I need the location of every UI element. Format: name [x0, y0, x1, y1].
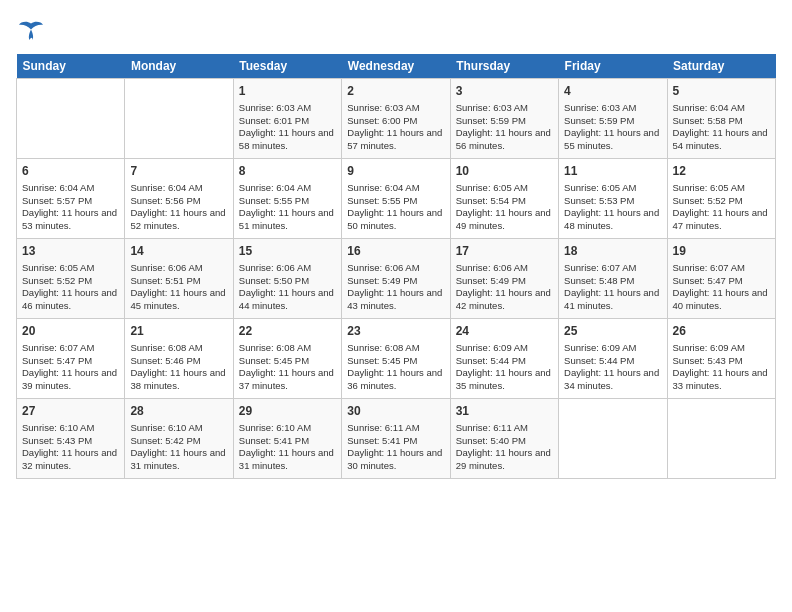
day-number: 29 [239, 403, 336, 420]
day-info: Sunrise: 6:05 AMSunset: 5:52 PMDaylight:… [673, 182, 770, 233]
calendar-cell: 26Sunrise: 6:09 AMSunset: 5:43 PMDayligh… [667, 319, 775, 399]
calendar-cell: 27Sunrise: 6:10 AMSunset: 5:43 PMDayligh… [17, 399, 125, 479]
day-info: Sunrise: 6:08 AMSunset: 5:45 PMDaylight:… [239, 342, 336, 393]
calendar-cell: 11Sunrise: 6:05 AMSunset: 5:53 PMDayligh… [559, 159, 667, 239]
day-info: Sunrise: 6:04 AMSunset: 5:55 PMDaylight:… [347, 182, 444, 233]
day-number: 15 [239, 243, 336, 260]
day-number: 16 [347, 243, 444, 260]
calendar-cell: 22Sunrise: 6:08 AMSunset: 5:45 PMDayligh… [233, 319, 341, 399]
calendar-cell: 4Sunrise: 6:03 AMSunset: 5:59 PMDaylight… [559, 79, 667, 159]
day-number: 5 [673, 83, 770, 100]
day-number: 2 [347, 83, 444, 100]
day-number: 14 [130, 243, 227, 260]
calendar-cell: 10Sunrise: 6:05 AMSunset: 5:54 PMDayligh… [450, 159, 558, 239]
calendar-cell: 29Sunrise: 6:10 AMSunset: 5:41 PMDayligh… [233, 399, 341, 479]
day-number: 24 [456, 323, 553, 340]
day-number: 17 [456, 243, 553, 260]
calendar-cell: 2Sunrise: 6:03 AMSunset: 6:00 PMDaylight… [342, 79, 450, 159]
calendar-cell [559, 399, 667, 479]
calendar-cell: 25Sunrise: 6:09 AMSunset: 5:44 PMDayligh… [559, 319, 667, 399]
day-info: Sunrise: 6:03 AMSunset: 5:59 PMDaylight:… [564, 102, 661, 153]
day-number: 27 [22, 403, 119, 420]
calendar-cell: 21Sunrise: 6:08 AMSunset: 5:46 PMDayligh… [125, 319, 233, 399]
day-info: Sunrise: 6:06 AMSunset: 5:51 PMDaylight:… [130, 262, 227, 313]
day-info: Sunrise: 6:07 AMSunset: 5:48 PMDaylight:… [564, 262, 661, 313]
calendar-cell: 23Sunrise: 6:08 AMSunset: 5:45 PMDayligh… [342, 319, 450, 399]
weekday-header: Tuesday [233, 54, 341, 79]
calendar-cell [125, 79, 233, 159]
calendar-week-row: 1Sunrise: 6:03 AMSunset: 6:01 PMDaylight… [17, 79, 776, 159]
logo-icon [16, 16, 46, 46]
day-info: Sunrise: 6:03 AMSunset: 6:01 PMDaylight:… [239, 102, 336, 153]
day-info: Sunrise: 6:06 AMSunset: 5:50 PMDaylight:… [239, 262, 336, 313]
day-number: 4 [564, 83, 661, 100]
day-number: 28 [130, 403, 227, 420]
day-number: 23 [347, 323, 444, 340]
day-info: Sunrise: 6:05 AMSunset: 5:53 PMDaylight:… [564, 182, 661, 233]
calendar-week-row: 20Sunrise: 6:07 AMSunset: 5:47 PMDayligh… [17, 319, 776, 399]
day-number: 26 [673, 323, 770, 340]
day-number: 13 [22, 243, 119, 260]
day-info: Sunrise: 6:09 AMSunset: 5:43 PMDaylight:… [673, 342, 770, 393]
calendar-week-row: 27Sunrise: 6:10 AMSunset: 5:43 PMDayligh… [17, 399, 776, 479]
calendar-cell: 15Sunrise: 6:06 AMSunset: 5:50 PMDayligh… [233, 239, 341, 319]
day-info: Sunrise: 6:04 AMSunset: 5:58 PMDaylight:… [673, 102, 770, 153]
calendar-cell: 5Sunrise: 6:04 AMSunset: 5:58 PMDaylight… [667, 79, 775, 159]
day-number: 12 [673, 163, 770, 180]
day-number: 11 [564, 163, 661, 180]
day-info: Sunrise: 6:10 AMSunset: 5:43 PMDaylight:… [22, 422, 119, 473]
calendar-cell: 20Sunrise: 6:07 AMSunset: 5:47 PMDayligh… [17, 319, 125, 399]
day-number: 7 [130, 163, 227, 180]
day-info: Sunrise: 6:08 AMSunset: 5:46 PMDaylight:… [130, 342, 227, 393]
day-info: Sunrise: 6:09 AMSunset: 5:44 PMDaylight:… [456, 342, 553, 393]
calendar-cell [667, 399, 775, 479]
calendar-cell: 13Sunrise: 6:05 AMSunset: 5:52 PMDayligh… [17, 239, 125, 319]
calendar-cell: 28Sunrise: 6:10 AMSunset: 5:42 PMDayligh… [125, 399, 233, 479]
day-info: Sunrise: 6:04 AMSunset: 5:57 PMDaylight:… [22, 182, 119, 233]
calendar-week-row: 13Sunrise: 6:05 AMSunset: 5:52 PMDayligh… [17, 239, 776, 319]
calendar-cell: 31Sunrise: 6:11 AMSunset: 5:40 PMDayligh… [450, 399, 558, 479]
weekday-header: Wednesday [342, 54, 450, 79]
day-info: Sunrise: 6:11 AMSunset: 5:41 PMDaylight:… [347, 422, 444, 473]
day-info: Sunrise: 6:08 AMSunset: 5:45 PMDaylight:… [347, 342, 444, 393]
calendar-cell: 6Sunrise: 6:04 AMSunset: 5:57 PMDaylight… [17, 159, 125, 239]
weekday-header: Sunday [17, 54, 125, 79]
day-number: 19 [673, 243, 770, 260]
weekday-header-row: SundayMondayTuesdayWednesdayThursdayFrid… [17, 54, 776, 79]
calendar-cell: 19Sunrise: 6:07 AMSunset: 5:47 PMDayligh… [667, 239, 775, 319]
weekday-header: Saturday [667, 54, 775, 79]
day-number: 30 [347, 403, 444, 420]
calendar-cell [17, 79, 125, 159]
calendar-cell: 24Sunrise: 6:09 AMSunset: 5:44 PMDayligh… [450, 319, 558, 399]
calendar-cell: 12Sunrise: 6:05 AMSunset: 5:52 PMDayligh… [667, 159, 775, 239]
calendar-cell: 1Sunrise: 6:03 AMSunset: 6:01 PMDaylight… [233, 79, 341, 159]
calendar-cell: 8Sunrise: 6:04 AMSunset: 5:55 PMDaylight… [233, 159, 341, 239]
day-number: 25 [564, 323, 661, 340]
day-number: 20 [22, 323, 119, 340]
day-info: Sunrise: 6:06 AMSunset: 5:49 PMDaylight:… [456, 262, 553, 313]
day-info: Sunrise: 6:05 AMSunset: 5:52 PMDaylight:… [22, 262, 119, 313]
calendar-cell: 3Sunrise: 6:03 AMSunset: 5:59 PMDaylight… [450, 79, 558, 159]
day-number: 3 [456, 83, 553, 100]
calendar-cell: 7Sunrise: 6:04 AMSunset: 5:56 PMDaylight… [125, 159, 233, 239]
day-number: 18 [564, 243, 661, 260]
day-info: Sunrise: 6:04 AMSunset: 5:56 PMDaylight:… [130, 182, 227, 233]
day-info: Sunrise: 6:11 AMSunset: 5:40 PMDaylight:… [456, 422, 553, 473]
day-number: 31 [456, 403, 553, 420]
page-header [16, 16, 776, 46]
weekday-header: Thursday [450, 54, 558, 79]
day-info: Sunrise: 6:03 AMSunset: 6:00 PMDaylight:… [347, 102, 444, 153]
calendar-cell: 9Sunrise: 6:04 AMSunset: 5:55 PMDaylight… [342, 159, 450, 239]
calendar-cell: 17Sunrise: 6:06 AMSunset: 5:49 PMDayligh… [450, 239, 558, 319]
weekday-header: Friday [559, 54, 667, 79]
calendar-cell: 18Sunrise: 6:07 AMSunset: 5:48 PMDayligh… [559, 239, 667, 319]
day-number: 1 [239, 83, 336, 100]
day-info: Sunrise: 6:10 AMSunset: 5:41 PMDaylight:… [239, 422, 336, 473]
calendar-table: SundayMondayTuesdayWednesdayThursdayFrid… [16, 54, 776, 479]
day-number: 21 [130, 323, 227, 340]
day-number: 22 [239, 323, 336, 340]
day-info: Sunrise: 6:05 AMSunset: 5:54 PMDaylight:… [456, 182, 553, 233]
weekday-header: Monday [125, 54, 233, 79]
logo [16, 16, 50, 46]
day-info: Sunrise: 6:07 AMSunset: 5:47 PMDaylight:… [22, 342, 119, 393]
